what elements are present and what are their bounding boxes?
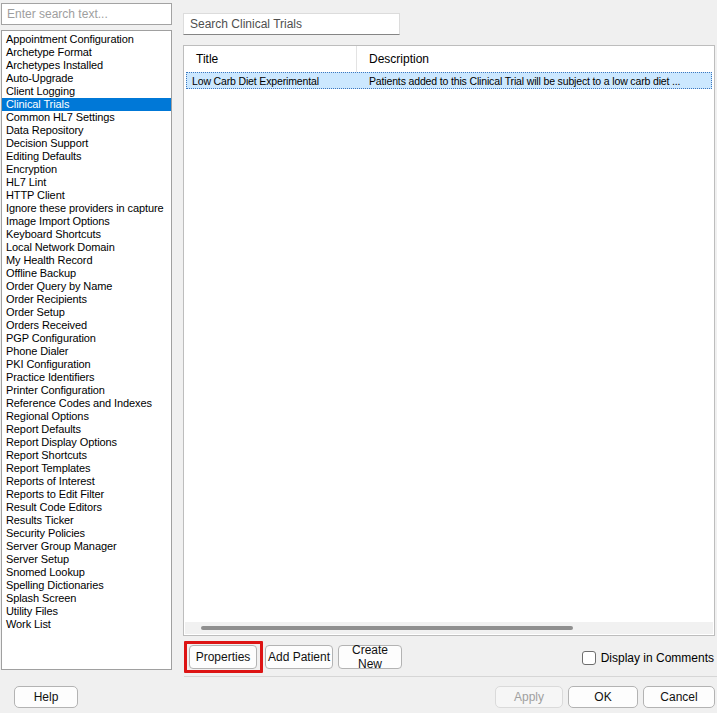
- sidebar-item-label: Spelling Dictionaries: [6, 579, 104, 591]
- sidebar-item[interactable]: Result Code Editors: [2, 501, 171, 514]
- sidebar-item-label: Encryption: [6, 163, 57, 175]
- sidebar-item-label: Report Shortcuts: [6, 449, 87, 461]
- sidebar-item[interactable]: Snomed Lookup: [2, 566, 171, 579]
- sidebar-item-label: Image Import Options: [6, 215, 110, 227]
- sidebar-item-label: Regional Options: [6, 410, 89, 422]
- sidebar-item[interactable]: PGP Configuration: [2, 332, 171, 345]
- sidebar-item[interactable]: Order Recipients: [2, 293, 171, 306]
- sidebar-item[interactable]: Utility Files: [2, 605, 171, 618]
- sidebar-item-label: Order Recipients: [6, 293, 87, 305]
- sidebar-item[interactable]: Server Group Manager: [2, 540, 171, 553]
- settings-category-list[interactable]: Appointment Configuration Archetype Form…: [1, 30, 172, 670]
- sidebar-item[interactable]: HTTP Client: [2, 189, 171, 202]
- sidebar-item[interactable]: Clinical Trials: [2, 98, 171, 111]
- column-header-description[interactable]: Description: [356, 46, 714, 72]
- sidebar-item[interactable]: Orders Received: [2, 319, 171, 332]
- sidebar-item[interactable]: Results Ticker: [2, 514, 171, 527]
- sidebar-item-label: Common HL7 Settings: [6, 111, 115, 123]
- sidebar-item[interactable]: Report Shortcuts: [2, 449, 171, 462]
- clinical-trials-table: Title Description Low Carb Diet Experime…: [183, 45, 715, 636]
- sidebar-item[interactable]: Reports of Interest: [2, 475, 171, 488]
- sidebar-item[interactable]: Editing Defaults: [2, 150, 171, 163]
- sidebar-item-label: Report Defaults: [6, 423, 81, 435]
- sidebar-item[interactable]: Phone Dialer: [2, 345, 171, 358]
- sidebar-item-label: Phone Dialer: [6, 345, 68, 357]
- sidebar-item[interactable]: Archetypes Installed: [2, 59, 171, 72]
- sidebar-item-label: Local Network Domain: [6, 241, 115, 253]
- sidebar-item[interactable]: Archetype Format: [2, 46, 171, 59]
- sidebar-item-label: Server Setup: [6, 553, 69, 565]
- sidebar-item[interactable]: Appointment Configuration: [2, 33, 171, 46]
- help-button[interactable]: Help: [14, 686, 78, 708]
- sidebar-item-label: Archetypes Installed: [6, 59, 103, 71]
- sidebar-item[interactable]: Reference Codes and Indexes: [2, 397, 171, 410]
- cancel-button[interactable]: Cancel: [643, 686, 715, 708]
- sidebar-item-label: HL7 Lint: [6, 176, 46, 188]
- sidebar-item[interactable]: Printer Configuration: [2, 384, 171, 397]
- sidebar-item-label: Printer Configuration: [6, 384, 105, 396]
- sidebar-item-label: PGP Configuration: [6, 332, 96, 344]
- sidebar-item[interactable]: Work List: [2, 618, 171, 631]
- sidebar-item[interactable]: Splash Screen: [2, 592, 171, 605]
- sidebar-item-label: Keyboard Shortcuts: [6, 228, 101, 240]
- sidebar-item[interactable]: Security Policies: [2, 527, 171, 540]
- display-in-comments-checkbox[interactable]: [582, 651, 596, 665]
- sidebar-item-label: Orders Received: [6, 319, 87, 331]
- sidebar-item[interactable]: Reports to Edit Filter: [2, 488, 171, 501]
- sidebar-item[interactable]: Encryption: [2, 163, 171, 176]
- sidebar-item-label: Reference Codes and Indexes: [6, 397, 152, 409]
- sidebar-item[interactable]: Report Display Options: [2, 436, 171, 449]
- footer-divider: [184, 676, 717, 677]
- sidebar-item[interactable]: Common HL7 Settings: [2, 111, 171, 124]
- sidebar-item-label: Ignore these providers in capture: [6, 202, 164, 214]
- sidebar-item[interactable]: Decision Support: [2, 137, 171, 150]
- sidebar-item[interactable]: Spelling Dictionaries: [2, 579, 171, 592]
- sidebar-item[interactable]: Ignore these providers in capture: [2, 202, 171, 215]
- sidebar-item-label: Security Policies: [6, 527, 85, 539]
- properties-button[interactable]: Properties: [189, 645, 257, 669]
- sidebar-item[interactable]: Local Network Domain: [2, 241, 171, 254]
- clinical-trials-search-input[interactable]: [183, 13, 400, 35]
- scrollbar-thumb[interactable]: [201, 626, 573, 630]
- sidebar-item-label: Report Templates: [6, 462, 90, 474]
- sidebar-item[interactable]: Client Logging: [2, 85, 171, 98]
- horizontal-scrollbar[interactable]: [185, 622, 713, 634]
- sidebar-item-label: Utility Files: [6, 605, 58, 617]
- sidebar-item[interactable]: Offline Backup: [2, 267, 171, 280]
- sidebar-item[interactable]: Order Query by Name: [2, 280, 171, 293]
- ok-button[interactable]: OK: [568, 686, 638, 708]
- table-row[interactable]: Low Carb Diet Experimental Patients adde…: [186, 72, 712, 89]
- sidebar-item[interactable]: My Health Record: [2, 254, 171, 267]
- sidebar-item[interactable]: Report Templates: [2, 462, 171, 475]
- sidebar-item[interactable]: Practice Identifiers: [2, 371, 171, 384]
- sidebar-item[interactable]: Keyboard Shortcuts: [2, 228, 171, 241]
- sidebar-item[interactable]: Order Setup: [2, 306, 171, 319]
- sidebar-item[interactable]: Image Import Options: [2, 215, 171, 228]
- sidebar-item[interactable]: Server Setup: [2, 553, 171, 566]
- sidebar-item[interactable]: Data Repository: [2, 124, 171, 137]
- sidebar-item-label: Report Display Options: [6, 436, 117, 448]
- sidebar-item-label: Order Query by Name: [6, 280, 112, 292]
- sidebar-item-label: Decision Support: [6, 137, 88, 149]
- sidebar-item-label: Work List: [6, 618, 51, 630]
- sidebar-item-label: Appointment Configuration: [6, 33, 134, 45]
- sidebar-item[interactable]: PKI Configuration: [2, 358, 171, 371]
- sidebar-item-label: My Health Record: [6, 254, 92, 266]
- sidebar-item[interactable]: Auto-Upgrade: [2, 72, 171, 85]
- sidebar-item-label: Snomed Lookup: [6, 566, 85, 578]
- create-new-button[interactable]: Create New: [338, 645, 402, 669]
- sidebar-item[interactable]: Regional Options: [2, 410, 171, 423]
- sidebar-item-label: Archetype Format: [6, 46, 92, 58]
- sidebar-item-label: Results Ticker: [6, 514, 74, 526]
- sidebar-item-label: HTTP Client: [6, 189, 65, 201]
- preferences-dialog: { "sidebar": { "search_placeholder": "En…: [0, 0, 717, 713]
- sidebar-item[interactable]: Report Defaults: [2, 423, 171, 436]
- display-in-comments-group[interactable]: Display in Comments: [582, 649, 714, 667]
- column-header-title[interactable]: Title: [184, 52, 356, 66]
- display-in-comments-label: Display in Comments: [601, 651, 714, 665]
- sidebar-item-label: Practice Identifiers: [6, 371, 94, 383]
- sidebar-search-input[interactable]: [1, 3, 172, 25]
- sidebar-item[interactable]: HL7 Lint: [2, 176, 171, 189]
- add-patient-button[interactable]: Add Patient: [265, 645, 333, 669]
- sidebar-item-label: Splash Screen: [6, 592, 76, 604]
